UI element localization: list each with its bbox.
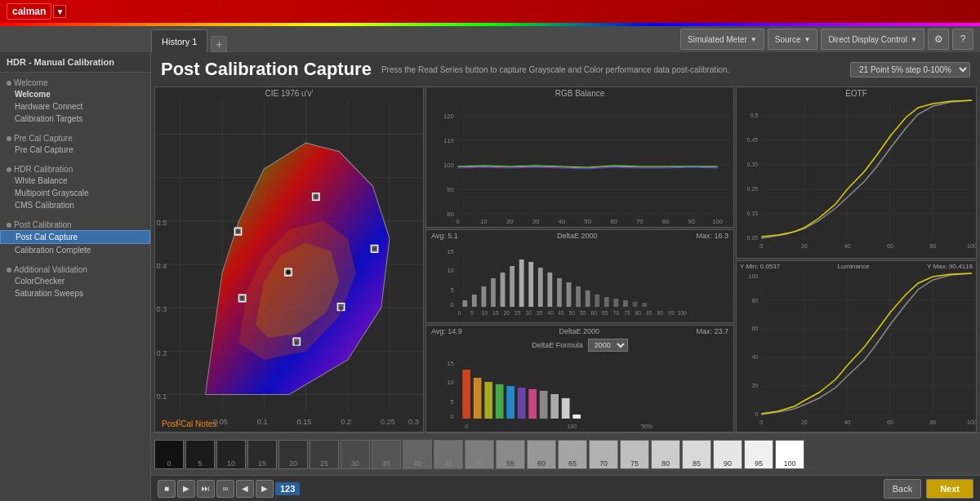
svg-rect-79 (538, 268, 543, 307)
swatch-item[interactable]: 5 (185, 440, 215, 469)
sidebar-postcal-section: Post Calibration Post Cal Capture Calibr… (0, 215, 150, 259)
swatch-item[interactable]: 60 (527, 440, 556, 469)
svg-text:0: 0 (450, 413, 454, 420)
deltae-max: Max: 16.3 (696, 232, 728, 240)
svg-text:50: 50 (584, 218, 591, 225)
swatch-item[interactable]: 25 (310, 440, 339, 469)
swatch-item[interactable]: 85 (682, 440, 711, 469)
svg-text:0.5: 0.5 (157, 218, 167, 227)
svg-text:80: 80 (447, 211, 454, 218)
deltae-formula-select[interactable]: 2000 (588, 339, 628, 352)
deltae-color-panel: Avg: 14.9 DeltaE 2000 Max: 23.7 DeltaE F… (425, 325, 734, 432)
svg-text:30: 30 (532, 218, 540, 225)
svg-rect-128 (572, 415, 581, 419)
settings-btn[interactable]: ⚙ (928, 29, 949, 50)
svg-rect-73 (481, 286, 486, 307)
svg-text:100: 100 (967, 419, 976, 425)
svg-text:85: 85 (646, 310, 653, 316)
svg-text:80: 80 (662, 218, 670, 225)
help-btn[interactable]: ? (952, 29, 973, 50)
swatch-item[interactable]: 35 (372, 440, 401, 469)
svg-text:80: 80 (930, 243, 937, 249)
app-logo: calman (7, 3, 51, 20)
loop-btn[interactable]: ∞ (216, 480, 234, 498)
play-btn[interactable]: ▶ (177, 480, 195, 498)
tab-add-btn[interactable]: + (211, 36, 227, 52)
sidebar-item-white-balance[interactable]: White Balance (0, 175, 150, 187)
sidebar-item-pre-cal-capture[interactable]: Pre Cal Capture (0, 144, 150, 156)
source-btn[interactable]: Source ▼ (768, 29, 818, 50)
swatch-item[interactable]: 40 (403, 440, 432, 469)
direct-display-label: Direct Display Control (828, 35, 907, 44)
point-dropdown[interactable]: 21 Point 5% step 0-100% (850, 62, 970, 78)
deltae-color-chart: 15 10 5 0 (426, 353, 733, 432)
sidebar-item-multipoint-grayscale[interactable]: Multipoint Grayscale (0, 187, 150, 199)
swatch-item[interactable]: 90 (713, 440, 742, 469)
swatch-item[interactable]: 0 (154, 440, 184, 469)
svg-point-26 (372, 246, 376, 251)
direct-display-arrow: ▼ (911, 36, 917, 43)
sidebar-item-hardware-connect[interactable]: Hardware Connect (0, 100, 150, 113)
swatch-item[interactable]: 65 (558, 440, 587, 469)
svg-rect-86 (604, 297, 609, 307)
svg-rect-77 (519, 259, 524, 307)
svg-text:60: 60 (751, 326, 758, 331)
svg-text:10: 10 (480, 218, 488, 225)
svg-text:0.3: 0.3 (408, 416, 419, 425)
direct-display-btn[interactable]: Direct Display Control ▼ (821, 29, 924, 50)
source-arrow: ▼ (804, 36, 810, 43)
svg-rect-88 (623, 300, 628, 307)
svg-text:0: 0 (456, 218, 460, 225)
svg-point-29 (240, 295, 245, 300)
source-label: Source (775, 35, 801, 44)
sidebar-item-calibration-targets[interactable]: Calibration Targets (0, 113, 150, 125)
charts-row: CIE 1976 u'v' (151, 86, 980, 432)
svg-text:0.05: 0.05 (747, 235, 759, 241)
title-bar: calman ▼ (0, 0, 980, 23)
svg-text:0.1: 0.1 (157, 392, 167, 401)
svg-text:40: 40 (751, 354, 758, 360)
svg-text:0: 0 (760, 243, 763, 249)
swatch-item[interactable]: 45 (434, 440, 463, 469)
svg-rect-125 (540, 391, 548, 419)
next-media-btn[interactable]: ▶ (256, 480, 274, 498)
simulated-meter-btn[interactable]: Simulated Meter ▼ (680, 29, 764, 50)
prev-btn[interactable]: ◀ (236, 480, 254, 498)
swatch-item[interactable]: 15 (247, 440, 277, 469)
svg-text:5: 5 (450, 286, 454, 294)
tab-history1[interactable]: History 1 (151, 29, 207, 52)
sidebar-item-welcome[interactable]: Welcome (0, 88, 150, 100)
title-dropdown-btn[interactable]: ▼ (53, 5, 66, 18)
swatch-item[interactable]: 10 (216, 440, 246, 469)
swatch-item[interactable]: 55 (496, 440, 525, 469)
swatch-item[interactable]: 50 (465, 440, 494, 469)
swatch-item[interactable]: 75 (620, 440, 649, 469)
deltae-avg: Avg: 5.1 (431, 232, 458, 240)
hdr-dot (7, 167, 11, 172)
skip-btn[interactable]: ⏭ (197, 480, 215, 498)
sidebar-item-saturation-sweeps[interactable]: Saturation Sweeps (0, 287, 150, 299)
back-button[interactable]: Back (884, 479, 921, 499)
svg-rect-85 (595, 295, 599, 307)
sidebar-item-post-cal-capture[interactable]: Post Cal Capture (0, 230, 150, 244)
svg-text:100: 100 (678, 310, 687, 316)
stop-btn[interactable]: ■ (158, 480, 176, 498)
svg-rect-81 (557, 278, 562, 307)
sidebar-item-cms-calibration[interactable]: CMS Calibration (0, 199, 150, 211)
deltae2-max: Max: 23.7 (696, 327, 728, 335)
swatch-item[interactable]: 30 (341, 440, 370, 469)
sidebar-item-colorchecker[interactable]: ColorChecker (0, 275, 150, 287)
next-button[interactable]: Next (926, 479, 973, 499)
swatch-item[interactable]: 100 (775, 440, 804, 469)
svg-text:120: 120 (443, 113, 454, 120)
swatch-item[interactable]: 20 (278, 440, 308, 469)
swatch-item[interactable]: 70 (589, 440, 618, 469)
svg-rect-87 (613, 299, 618, 307)
nav-controls: Back Next (884, 479, 973, 499)
swatch-item[interactable]: 95 (744, 440, 773, 469)
svg-text:60: 60 (887, 419, 893, 425)
page-title: Post Calibration Capture (161, 59, 372, 80)
swatch-item[interactable]: 80 (651, 440, 680, 469)
svg-rect-124 (528, 389, 537, 419)
sidebar-item-calibration-complete[interactable]: Calibration Complete (0, 244, 150, 256)
